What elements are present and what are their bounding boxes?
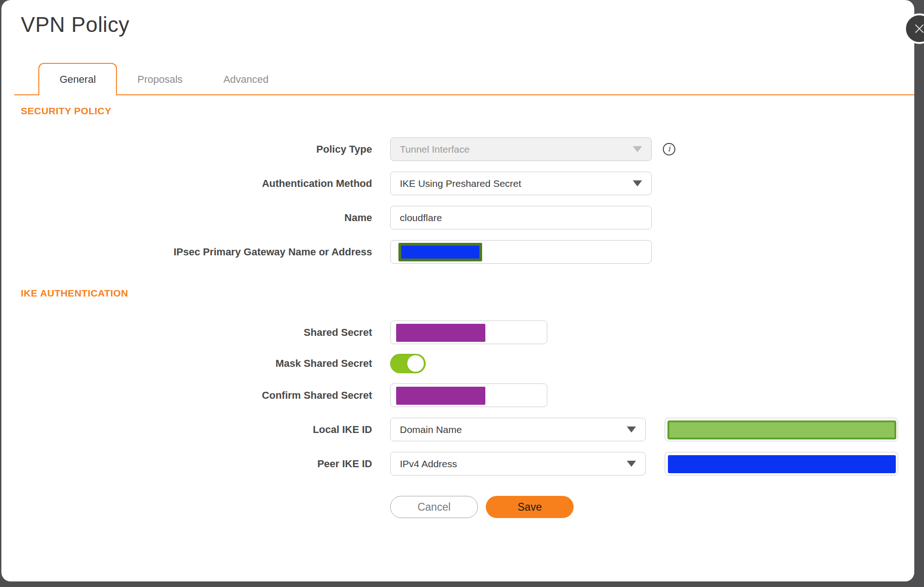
peer-ike-id-input[interactable] [665, 452, 898, 476]
mask-shared-secret-toggle[interactable] [390, 354, 426, 373]
name-label: Name [21, 212, 372, 224]
redacted-value [396, 387, 485, 405]
chevron-down-icon [627, 426, 636, 433]
name-input[interactable] [390, 206, 652, 229]
vpn-policy-modal: VPN Policy General Proposals Advanced SE… [1, 0, 914, 581]
chevron-down-icon [627, 461, 636, 467]
policy-type-label: Policy Type [21, 143, 372, 155]
tab-proposals[interactable]: Proposals [117, 64, 203, 95]
redacted-value [668, 455, 896, 473]
ipsec-gateway-row: IPsec Primary Gateway Name or Address [21, 240, 914, 264]
shared-secret-label: Shared Secret [21, 327, 372, 339]
confirm-shared-secret-label: Confirm Shared Secret [21, 389, 372, 402]
tab-content-general: SECURITY POLICY Policy Type Tunnel Inter… [1, 105, 914, 518]
section-heading-ike-authentication: IKE AUTHENTICATION [21, 288, 914, 299]
authentication-method-value: IKE Using Preshared Secret [400, 178, 521, 189]
name-row: Name [21, 206, 914, 229]
peer-ike-id-row: Peer IKE ID IPv4 Address [21, 452, 914, 476]
local-ike-id-row: Local IKE ID Domain Name [21, 418, 914, 441]
cancel-button[interactable]: Cancel [390, 496, 478, 518]
policy-type-value: Tunnel Interface [400, 144, 470, 155]
vpn-policy-dialog-page: VPN Policy General Proposals Advanced SE… [0, 0, 924, 587]
local-ike-id-input[interactable] [665, 418, 898, 441]
chevron-down-icon [633, 180, 642, 186]
page-title: VPN Policy [21, 12, 914, 37]
redacted-value [667, 420, 896, 439]
close-icon [914, 23, 924, 34]
toggle-knob [407, 355, 424, 372]
section-heading-security-policy: SECURITY POLICY [21, 105, 914, 117]
confirm-shared-secret-input[interactable] [390, 383, 547, 407]
local-ike-id-select[interactable]: Domain Name [390, 418, 646, 441]
peer-ike-id-select[interactable]: IPv4 Address [390, 452, 646, 476]
local-ike-id-type-value: Domain Name [400, 424, 462, 435]
peer-ike-id-type-value: IPv4 Address [400, 458, 457, 470]
authentication-method-select[interactable]: IKE Using Preshared Secret [390, 172, 652, 195]
redacted-value [398, 243, 482, 261]
tab-advanced[interactable]: Advanced [203, 64, 289, 95]
policy-type-select: Tunnel Interface [390, 137, 652, 161]
authentication-method-label: Authentication Method [21, 178, 372, 190]
tab-bar: General Proposals Advanced [1, 63, 914, 95]
dialog-actions-row: Cancel Save [21, 496, 914, 518]
redacted-value [396, 324, 485, 342]
authentication-method-row: Authentication Method IKE Using Preshare… [21, 172, 914, 195]
tab-general-label: General [60, 74, 96, 86]
tab-proposals-label: Proposals [137, 74, 183, 86]
chevron-down-icon [633, 146, 642, 152]
shared-secret-row: Shared Secret [21, 321, 914, 344]
tab-general[interactable]: General [38, 63, 117, 95]
shared-secret-input[interactable] [390, 321, 547, 344]
peer-ike-id-label: Peer IKE ID [21, 458, 372, 470]
local-ike-id-label: Local IKE ID [21, 424, 372, 436]
info-icon[interactable]: i [663, 143, 675, 155]
ipsec-gateway-input[interactable] [390, 240, 652, 264]
mask-shared-secret-label: Mask Shared Secret [21, 358, 372, 370]
mask-shared-secret-row: Mask Shared Secret [21, 354, 914, 373]
confirm-shared-secret-row: Confirm Shared Secret [21, 383, 914, 407]
save-button[interactable]: Save [486, 496, 574, 518]
policy-type-row: Policy Type Tunnel Interface i [21, 137, 914, 161]
tab-advanced-label: Advanced [223, 74, 269, 86]
ipsec-gateway-label: IPsec Primary Gateway Name or Address [21, 246, 372, 258]
